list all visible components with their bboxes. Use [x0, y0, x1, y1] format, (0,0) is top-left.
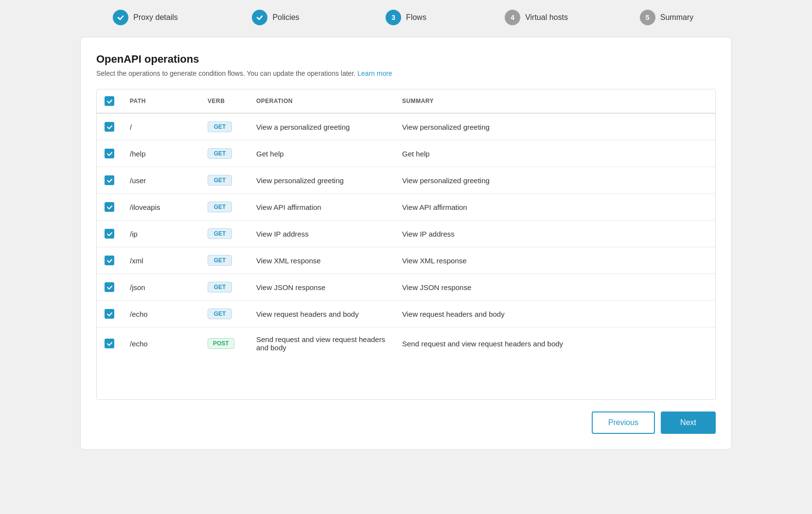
learn-more-link[interactable]: Learn more — [357, 69, 392, 77]
row-verb-1: GET — [200, 140, 248, 167]
step-5-circle: 5 — [640, 10, 655, 25]
row-operation-2: View personalized greeting — [248, 167, 394, 194]
table-scroll-area[interactable]: PATH VERB OPERATION SUMMARY /GETView a p… — [97, 89, 715, 360]
row-summary-3: View API affirmation — [394, 194, 715, 221]
verb-badge-4: GET — [208, 228, 232, 239]
row-checkbox-cell-7 — [97, 301, 122, 327]
row-verb-0: GET — [200, 113, 248, 140]
stepper: Proxy details Policies 3 Flows 4 Virtual… — [80, 10, 732, 25]
verb-badge-0: GET — [208, 121, 232, 132]
header-path: PATH — [122, 89, 200, 113]
row-summary-4: View IP address — [394, 221, 715, 247]
row-path-5: /xml — [122, 247, 200, 274]
row-checkbox-0[interactable] — [105, 122, 114, 132]
row-path-6: /json — [122, 274, 200, 301]
row-operation-1: Get help — [248, 140, 394, 167]
row-verb-3: GET — [200, 194, 248, 221]
step-4-circle: 4 — [505, 10, 520, 25]
row-verb-8: POST — [200, 327, 248, 360]
operations-table-container: PATH VERB OPERATION SUMMARY /GETView a p… — [96, 89, 716, 400]
verb-badge-6: GET — [208, 282, 232, 292]
row-checkbox-cell-5 — [97, 247, 122, 274]
row-path-0: / — [122, 113, 200, 140]
row-checkbox-cell-3 — [97, 194, 122, 221]
row-summary-8: Send request and view request headers an… — [394, 327, 715, 360]
row-verb-5: GET — [200, 247, 248, 274]
row-operation-8: Send request and view request headers an… — [248, 327, 394, 360]
row-checkbox-cell-2 — [97, 167, 122, 194]
table-row: /echoPOSTSend request and view request h… — [97, 327, 715, 360]
step-3-circle: 3 — [386, 10, 401, 25]
row-checkbox-cell-1 — [97, 140, 122, 167]
row-summary-0: View personalized greeting — [394, 113, 715, 140]
row-verb-2: GET — [200, 167, 248, 194]
step-1-label: Proxy details — [133, 13, 178, 22]
row-summary-2: View personalized greeting — [394, 167, 715, 194]
card-footer: Previous Next — [96, 411, 716, 434]
row-checkbox-2[interactable] — [105, 175, 114, 185]
table-header-row: PATH VERB OPERATION SUMMARY — [97, 89, 715, 113]
row-verb-4: GET — [200, 221, 248, 247]
step-3-label: Flows — [406, 13, 426, 22]
next-button[interactable]: Next — [661, 411, 716, 434]
row-operation-3: View API affirmation — [248, 194, 394, 221]
row-path-8: /echo — [122, 327, 200, 360]
row-checkbox-4[interactable] — [105, 229, 114, 239]
step-2-label: Policies — [272, 13, 299, 22]
row-checkbox-3[interactable] — [105, 202, 114, 212]
step-proxy-details[interactable]: Proxy details — [80, 10, 211, 25]
row-checkbox-6[interactable] — [105, 282, 114, 292]
row-path-7: /echo — [122, 301, 200, 327]
row-verb-6: GET — [200, 274, 248, 301]
verb-badge-1: GET — [208, 148, 232, 159]
table-row: /helpGETGet helpGet help — [97, 140, 715, 167]
operations-table: PATH VERB OPERATION SUMMARY /GETView a p… — [97, 89, 715, 360]
verb-badge-3: GET — [208, 202, 232, 212]
card-subtitle: Select the operations to generate condit… — [96, 69, 716, 77]
row-path-1: /help — [122, 140, 200, 167]
header-summary: SUMMARY — [394, 89, 715, 113]
step-4-label: Virtual hosts — [525, 13, 568, 22]
verb-badge-8: POST — [208, 338, 234, 349]
table-row: /userGETView personalized greetingView p… — [97, 167, 715, 194]
row-operation-4: View IP address — [248, 221, 394, 247]
row-checkbox-5[interactable] — [105, 256, 114, 265]
row-summary-1: Get help — [394, 140, 715, 167]
row-checkbox-cell-0 — [97, 113, 122, 140]
row-operation-5: View XML response — [248, 247, 394, 274]
step-2-circle — [252, 10, 267, 25]
row-checkbox-cell-8 — [97, 327, 122, 360]
previous-button[interactable]: Previous — [592, 411, 655, 434]
row-path-4: /ip — [122, 221, 200, 247]
row-operation-0: View a personalized greeting — [248, 113, 394, 140]
table-row: /ipGETView IP addressView IP address — [97, 221, 715, 247]
header-operation: OPERATION — [248, 89, 394, 113]
row-checkbox-1[interactable] — [105, 149, 114, 158]
step-flows[interactable]: 3 Flows — [341, 10, 471, 25]
row-checkbox-cell-6 — [97, 274, 122, 301]
row-summary-5: View XML response — [394, 247, 715, 274]
row-checkbox-8[interactable] — [105, 339, 114, 348]
table-row: /jsonGETView JSON responseView JSON resp… — [97, 274, 715, 301]
row-checkbox-7[interactable] — [105, 309, 114, 319]
step-policies[interactable]: Policies — [211, 10, 341, 25]
step-1-circle — [113, 10, 128, 25]
row-operation-6: View JSON response — [248, 274, 394, 301]
step-virtual-hosts[interactable]: 4 Virtual hosts — [471, 10, 601, 25]
header-verb: VERB — [200, 89, 248, 113]
verb-badge-2: GET — [208, 175, 232, 186]
verb-badge-7: GET — [208, 308, 232, 319]
row-verb-7: GET — [200, 301, 248, 327]
row-path-3: /iloveapis — [122, 194, 200, 221]
card-title: OpenAPI operations — [96, 53, 716, 66]
row-summary-6: View JSON response — [394, 274, 715, 301]
row-operation-7: View request headers and body — [248, 301, 394, 327]
select-all-checkbox[interactable] — [105, 96, 114, 106]
table-row: /echoGETView request headers and bodyVie… — [97, 301, 715, 327]
row-path-2: /user — [122, 167, 200, 194]
step-summary[interactable]: 5 Summary — [601, 10, 732, 25]
main-card: OpenAPI operations Select the operations… — [80, 37, 732, 450]
header-checkbox-cell — [97, 89, 122, 113]
table-row: /xmlGETView XML responseView XML respons… — [97, 247, 715, 274]
row-checkbox-cell-4 — [97, 221, 122, 247]
